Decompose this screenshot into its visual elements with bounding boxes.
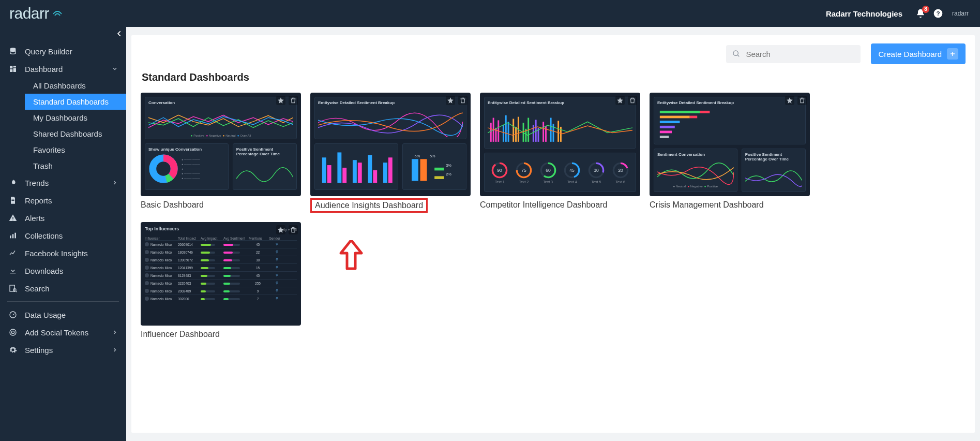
dashboard-card-basic[interactable]: Conversation ● Positive ● Negative ● <box>141 93 301 213</box>
table-row: Namecio Mico 8129483 45 ⚲ <box>145 271 297 279</box>
gauge: 60 Text 3 <box>539 161 557 184</box>
nav-data-usage[interactable]: Data Usage <box>0 306 126 324</box>
trash-icon[interactable] <box>289 225 298 234</box>
dashboard-card-crisis[interactable]: Entitywise Detailed Sentiment Breakup <box>650 93 810 213</box>
star-icon[interactable] <box>615 96 625 105</box>
nav-collections[interactable]: Collections <box>0 227 126 244</box>
svg-rect-38 <box>434 168 444 171</box>
tile-title: Positive Sentiment Percentage Over Time <box>236 147 293 156</box>
trash-icon[interactable] <box>628 96 637 105</box>
search-box[interactable] <box>726 45 861 63</box>
nav-add-social-tokens[interactable]: Add Social Tokens <box>0 324 126 341</box>
gauge: 75 Text 2 <box>515 161 533 184</box>
trash-icon[interactable] <box>289 96 298 105</box>
help-icon[interactable]: ? <box>932 8 944 19</box>
svg-text:?: ? <box>936 10 940 17</box>
nav-facebook-insights[interactable]: Facebook Insights <box>0 244 126 262</box>
svg-rect-40 <box>434 176 444 179</box>
download-icon <box>8 266 18 275</box>
page-title: Standard Dashboards <box>142 71 966 83</box>
svg-rect-87 <box>660 131 672 134</box>
col-header: Avg Sentiment <box>223 237 247 240</box>
col-header: Gender <box>269 237 284 240</box>
svg-rect-11 <box>10 236 11 238</box>
table-row: Namecio Mico 2002489 9 ⚲ <box>145 287 297 295</box>
brand-wifi-icon <box>52 10 63 17</box>
chart-line-icon <box>8 248 18 258</box>
svg-rect-88 <box>660 136 669 138</box>
svg-text:60: 60 <box>546 168 551 173</box>
sidebar-collapse-icon[interactable] <box>116 30 123 37</box>
org-name: Radarr Technologies <box>826 9 902 18</box>
trash-icon[interactable] <box>458 96 468 105</box>
star-icon[interactable] <box>785 96 794 105</box>
trash-icon[interactable] <box>797 96 807 105</box>
nav-standard-dashboards[interactable]: Standard Dashboards <box>25 94 126 110</box>
svg-rect-45 <box>503 125 504 142</box>
star-icon[interactable] <box>276 225 285 234</box>
nav-downloads[interactable]: Downloads <box>0 262 126 280</box>
star-icon[interactable] <box>276 96 285 105</box>
col-header: Influencer <box>145 237 176 240</box>
chevron-down-icon <box>112 66 118 72</box>
nav-trends[interactable]: Trends <box>0 174 126 192</box>
meter-icon <box>8 310 18 319</box>
svg-rect-32 <box>388 157 393 183</box>
nav-label: Data Usage <box>25 311 66 319</box>
nav-search[interactable]: Search <box>0 280 126 297</box>
svg-rect-30 <box>373 170 377 183</box>
svg-rect-6 <box>10 69 12 72</box>
top-header: radarr Radarr Technologies 8 ? radarr <box>0 0 980 27</box>
create-dashboard-button[interactable]: Create Dashboard <box>871 43 966 64</box>
tile-title: Show unique Conversation <box>148 147 225 152</box>
nav-label: Trash <box>33 161 53 170</box>
search-input[interactable] <box>745 49 854 59</box>
nav-favorites[interactable]: Favorites <box>25 142 126 158</box>
nav-label: Query Builder <box>25 47 72 56</box>
svg-rect-48 <box>512 119 514 141</box>
svg-text:45: 45 <box>570 168 575 173</box>
nav-dashboard[interactable]: Dashboard <box>0 60 126 78</box>
legend-item: Negative <box>690 185 703 188</box>
legend-item: Positive <box>707 185 718 188</box>
svg-point-17 <box>10 329 16 335</box>
nav-settings[interactable]: Settings <box>0 341 126 359</box>
tile-title: Entitywise Detailed Sentiment Breakup <box>657 100 802 105</box>
brand-logo: radarr <box>9 5 63 22</box>
nav-alerts[interactable]: Alerts <box>0 209 126 227</box>
svg-rect-9 <box>12 217 13 219</box>
nav-label: Search <box>25 284 50 293</box>
flame-icon <box>8 178 18 187</box>
nav-label: Settings <box>25 346 53 355</box>
svg-rect-46 <box>505 115 507 142</box>
tile-title: Top Influencers <box>145 226 179 231</box>
nav-shared-dashboards[interactable]: Shared Dashboards <box>25 126 126 142</box>
svg-rect-5 <box>13 68 16 72</box>
svg-rect-60 <box>553 124 554 142</box>
svg-rect-54 <box>533 125 534 142</box>
star-icon[interactable] <box>446 96 455 105</box>
chevron-right-icon <box>112 180 118 186</box>
col-header: Avg Impact <box>201 237 221 240</box>
col-header: Total Impact <box>178 237 199 240</box>
nav-label: Dashboard <box>25 65 63 74</box>
svg-rect-10 <box>12 219 13 220</box>
nav-trash[interactable]: Trash <box>25 158 126 174</box>
dashboard-card-audience[interactable]: Entitywise Detailed Sentiment Breakup <box>310 93 471 213</box>
dashboard-title: Basic Dashboard <box>141 200 301 210</box>
tile-title: Positive Sentiment Percentage Over Time <box>745 152 802 161</box>
svg-rect-14 <box>10 285 14 291</box>
dashboard-card-influencer[interactable]: Top Influencers Daily ▾ All Influencer T… <box>141 222 301 339</box>
notifications-icon[interactable]: 8 <box>915 8 926 19</box>
nav-my-dashboards[interactable]: My Dashboards <box>25 110 126 126</box>
svg-rect-24 <box>327 165 331 183</box>
nav-all-dashboards[interactable]: All Dashboards <box>25 78 126 94</box>
legend-item: Neutral <box>225 134 235 137</box>
notification-badge: 8 <box>922 6 929 13</box>
svg-rect-57 <box>542 122 544 142</box>
svg-rect-81 <box>660 111 700 113</box>
plus-icon <box>947 48 958 60</box>
dashboard-card-competitor[interactable]: Entitywise Detailed Sentiment Breakup <box>480 93 640 213</box>
nav-reports[interactable]: Reports <box>0 192 126 209</box>
nav-query-builder[interactable]: Query Builder <box>0 42 126 60</box>
